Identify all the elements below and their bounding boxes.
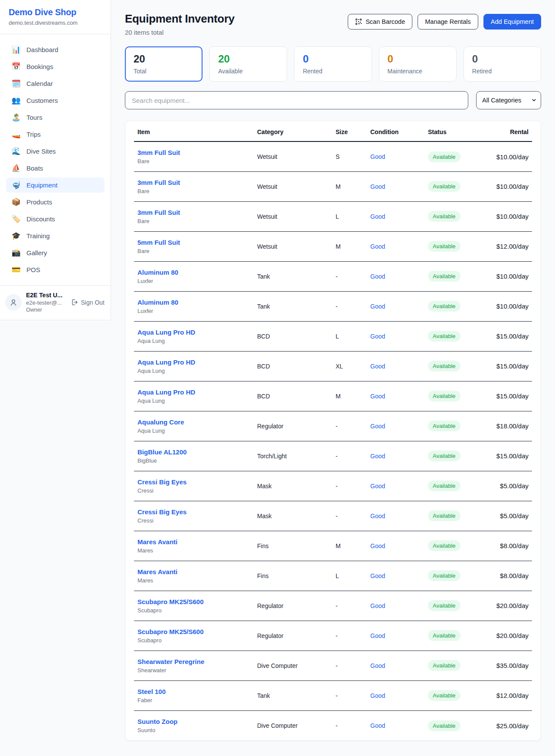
condition-link[interactable]: Good <box>370 513 385 519</box>
condition-link[interactable]: Good <box>370 453 385 460</box>
sidebar-nav: 📊 Dashboard 📅 Bookings 🗓️ Calendar 👥 Cus… <box>0 34 111 285</box>
condition-link[interactable]: Good <box>370 602 385 609</box>
item-brand: BigBlue <box>137 457 250 464</box>
stat-value: 20 <box>218 53 278 65</box>
item-name-link[interactable]: 3mm Full Suit <box>137 209 250 216</box>
item-rental: $5.00/day <box>490 501 532 531</box>
item-name-link[interactable]: Cressi Big Eyes <box>137 508 250 516</box>
sidebar-item-tours[interactable]: 🏝️ Tours <box>6 110 104 125</box>
item-name-link[interactable]: Steel 100 <box>137 688 250 695</box>
sidebar-item-bookings[interactable]: 📅 Bookings <box>6 59 104 74</box>
stat-card-maintenance[interactable]: 0 Maintenance <box>379 46 457 82</box>
condition-link[interactable]: Good <box>370 483 385 490</box>
stat-card-total[interactable]: 20 Total <box>125 46 202 82</box>
table-row: Suunto Zoop Suunto Dive Computer - Good … <box>134 710 532 740</box>
item-category: Wetsuit <box>254 201 332 231</box>
item-name-link[interactable]: Scubapro MK25/S600 <box>137 628 250 635</box>
sidebar-item-training[interactable]: 🎓 Training <box>6 228 104 243</box>
table-row: 3mm Full Suit Bare Wetsuit M Good Availa… <box>134 171 532 201</box>
sidebar-item-label: Gallery <box>26 249 47 256</box>
item-size: - <box>332 651 367 680</box>
page-title: Equipment Inventory <box>125 12 235 26</box>
item-name-link[interactable]: 3mm Full Suit <box>137 149 250 156</box>
item-name-link[interactable]: Aluminum 80 <box>137 269 250 276</box>
item-category: Dive Computer <box>254 651 332 680</box>
sidebar-item-boats[interactable]: ⛵ Boats <box>6 161 104 176</box>
condition-link[interactable]: Good <box>370 393 385 400</box>
item-name-link[interactable]: Shearwater Peregrine <box>137 658 250 665</box>
add-equipment-button[interactable]: Add Equipment <box>483 14 541 30</box>
stat-card-rented[interactable]: 0 Rented <box>294 46 372 82</box>
item-size: - <box>332 680 367 710</box>
table-row: Mares Avanti Mares Fins L Good Available… <box>134 561 532 591</box>
condition-link[interactable]: Good <box>370 243 385 250</box>
item-name-link[interactable]: Cressi Big Eyes <box>137 478 250 486</box>
item-name-link[interactable]: Mares Avanti <box>137 568 250 575</box>
item-brand: Scubapro <box>137 637 250 644</box>
stat-card-retired[interactable]: 0 Retired <box>464 46 541 82</box>
item-name-link[interactable]: BigBlue AL1200 <box>137 448 250 456</box>
manage-rentals-button[interactable]: Manage Rentals <box>418 14 478 30</box>
condition-link[interactable]: Good <box>370 662 385 669</box>
sidebar-item-trips[interactable]: 🚤 Trips <box>6 127 104 142</box>
condition-link[interactable]: Good <box>370 333 385 340</box>
sidebar-item-dive-sites[interactable]: 🌊 Dive Sites <box>6 144 104 159</box>
sailboat-icon: ⛵ <box>11 164 21 172</box>
stat-value: 0 <box>388 53 448 65</box>
scan-barcode-button[interactable]: Scan Barcode <box>348 14 412 30</box>
item-name-link[interactable]: Mares Avanti <box>137 538 250 546</box>
sidebar-item-dashboard[interactable]: 📊 Dashboard <box>6 42 104 57</box>
status-badge: Available <box>428 660 460 671</box>
status-badge: Available <box>428 510 460 521</box>
column-header-size: Size <box>332 121 367 141</box>
condition-link[interactable]: Good <box>370 363 385 370</box>
stat-label: Available <box>218 68 278 75</box>
condition-link[interactable]: Good <box>370 692 385 699</box>
shop-name[interactable]: Demo Dive Shop <box>9 7 102 17</box>
condition-link[interactable]: Good <box>370 303 385 310</box>
condition-link[interactable]: Good <box>370 632 385 639</box>
stat-value: 0 <box>472 53 532 65</box>
condition-link[interactable]: Good <box>370 153 385 160</box>
sidebar-item-customers[interactable]: 👥 Customers <box>6 93 104 108</box>
item-name-link[interactable]: Scubapro MK25/S600 <box>137 598 250 605</box>
item-size: - <box>332 591 367 621</box>
sidebar-item-equipment[interactable]: 🤿 Equipment <box>6 177 104 193</box>
condition-link[interactable]: Good <box>370 213 385 220</box>
item-size: - <box>332 441 367 471</box>
item-brand: Mares <box>137 547 250 554</box>
stat-card-available[interactable]: 20 Available <box>209 46 287 82</box>
item-rental: $5.00/day <box>490 471 532 501</box>
condition-link[interactable]: Good <box>370 183 385 190</box>
condition-link[interactable]: Good <box>370 722 385 729</box>
table-row: 3mm Full Suit Bare Wetsuit L Good Availa… <box>134 201 532 231</box>
item-name-link[interactable]: Aqua Lung Pro HD <box>137 329 250 336</box>
item-name-link[interactable]: Aqua Lung Pro HD <box>137 358 250 366</box>
sidebar-item-discounts[interactable]: 🏷️ Discounts <box>6 211 104 227</box>
table-row: Aluminum 80 Luxfer Tank - Good Available… <box>134 291 532 321</box>
island-icon: 🏝️ <box>11 114 21 121</box>
item-rental: $15.00/day <box>490 351 532 381</box>
sidebar-item-gallery[interactable]: 📸 Gallery <box>6 245 104 260</box>
item-brand: Cressi <box>137 517 250 524</box>
condition-link[interactable]: Good <box>370 542 385 549</box>
sidebar-item-calendar[interactable]: 🗓️ Calendar <box>6 76 104 91</box>
item-name-link[interactable]: Aqualung Core <box>137 418 250 426</box>
search-input[interactable] <box>125 91 468 109</box>
category-select[interactable]: All Categories <box>476 91 541 109</box>
item-name-link[interactable]: Aluminum 80 <box>137 299 250 306</box>
stats-row: 20 Total 20 Available 0 Rented 0 Mainten… <box>125 46 541 82</box>
condition-link[interactable]: Good <box>370 423 385 430</box>
status-badge: Available <box>428 301 460 312</box>
item-name-link[interactable]: Suunto Zoop <box>137 718 250 725</box>
item-name-link[interactable]: 3mm Full Suit <box>137 179 250 186</box>
table-header: Item Category Size Condition Status Rent… <box>134 121 532 141</box>
sidebar-item-pos[interactable]: 💳 POS <box>6 262 104 277</box>
sign-out-button[interactable]: Sign Out <box>71 299 104 306</box>
condition-link[interactable]: Good <box>370 572 385 579</box>
sidebar-item-products[interactable]: 📦 Products <box>6 194 104 210</box>
item-name-link[interactable]: 5mm Full Suit <box>137 239 250 246</box>
condition-link[interactable]: Good <box>370 273 385 280</box>
sidebar: Demo Dive Shop demo.test.divestreams.com… <box>0 0 111 320</box>
item-name-link[interactable]: Aqua Lung Pro HD <box>137 388 250 396</box>
